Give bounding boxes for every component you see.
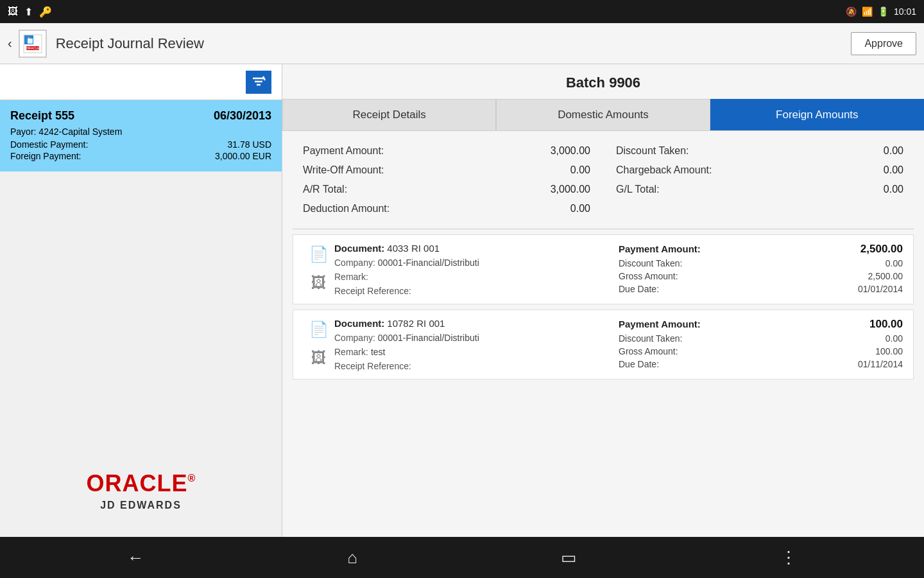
domestic-value: 31.78 USD (228, 139, 271, 150)
doc1-document-value: 4033 RI 001 (387, 243, 440, 254)
more-nav-button[interactable]: ⋮ (780, 548, 797, 568)
writeoff-amount-row: Write-Off Amount: 0.00 (303, 161, 603, 180)
gl-total-row: G/L Total: 0.00 (603, 180, 903, 199)
filter-bar (0, 64, 282, 100)
mute-icon: 🔕 (846, 6, 857, 17)
doc2-remark-label: Remark: (334, 347, 368, 357)
doc1-discount-label: Discount Taken: (619, 258, 682, 268)
discount-taken-label: Discount Taken: (616, 145, 689, 157)
doc2-receipt-ref-label: Receipt Reference: (334, 361, 411, 371)
chargeback-value: 0.00 (884, 164, 903, 176)
doc1-document-label: Document: (334, 243, 384, 254)
filter-icon (251, 74, 266, 90)
doc2-company-label: Company: (334, 333, 375, 343)
doc1-payment-header: Payment Amount: 2,500.00 (619, 243, 903, 256)
doc-image-icon-1: 🖼 (311, 274, 327, 292)
doc2-receipt-ref-row: Receipt Reference: (334, 361, 619, 371)
screenshot-icon: 🖼 (8, 6, 18, 17)
back-nav-button[interactable]: ← (127, 548, 144, 568)
oracle-registered-symbol: ® (188, 473, 196, 484)
doc1-payment-label: Payment Amount: (619, 243, 701, 254)
tabs-bar: Receipt Details Domestic Amounts Foreign… (282, 99, 924, 131)
receipt-item[interactable]: Receipt 555 06/30/2013 Payor: 4242-Capit… (0, 100, 282, 171)
upload-icon: ⬆ (24, 6, 33, 18)
doc-image-icon-2: 🖼 (311, 349, 327, 367)
oracle-logo-icon: ORACLE (22, 33, 43, 54)
discount-taken-value: 0.00 (884, 145, 903, 157)
doc1-document-row: Document: 4033 RI 001 (334, 243, 619, 254)
foreign-label: Foreign Payment: (10, 151, 81, 161)
doc-right-col-2: Payment Amount: 100.00 Discount Taken: 0… (619, 318, 903, 371)
doc-icons-col-2: 📄 🖼 (304, 318, 334, 371)
doc2-company-value: 00001-Financial/Distributi (378, 333, 479, 343)
payment-amount-label: Payment Amount: (303, 145, 384, 157)
doc1-receipt-ref-label: Receipt Reference: (334, 286, 411, 296)
svg-text:ORACLE: ORACLE (26, 46, 40, 50)
doc2-remark-value: test (371, 347, 386, 357)
documents-area: 📄 🖼 Document: 4033 RI 001 Company: 00001… (282, 229, 924, 537)
page-title: Receipt Journal Review (56, 35, 851, 52)
document-card-1[interactable]: 📄 🖼 Document: 4033 RI 001 Company: 00001… (293, 234, 914, 304)
doc1-gross-label: Gross Amount: (619, 271, 678, 281)
doc1-discount-row: Discount Taken: 0.00 (619, 258, 903, 268)
doc1-company-value: 00001-Financial/Distributi (378, 258, 479, 268)
domestic-label: Domestic Payment: (10, 139, 88, 150)
gl-total-value: 0.00 (884, 184, 903, 195)
doc1-company-label: Company: (334, 258, 375, 268)
filter-button[interactable] (246, 71, 271, 94)
approve-button[interactable]: Approve (851, 32, 916, 55)
doc-left-col-2: Document: 10782 RI 001 Company: 00001-Fi… (334, 318, 619, 371)
doc2-payment-value: 100.00 (869, 318, 903, 331)
svg-line-9 (263, 76, 265, 80)
doc1-due-date-row: Due Date: 01/01/2014 (619, 284, 903, 294)
doc-left-col-1: Document: 4033 RI 001 Company: 00001-Fin… (334, 243, 619, 296)
recent-nav-button[interactable]: ▭ (561, 548, 577, 568)
doc2-gross-value: 100.00 (875, 346, 903, 356)
tab-foreign-amounts[interactable]: Foreign Amounts (710, 99, 924, 130)
doc2-discount-row: Discount Taken: 0.00 (619, 333, 903, 344)
receipt-foreign-row: Foreign Payment: 3,000.00 EUR (10, 151, 271, 161)
doc2-due-date-label: Due Date: (619, 359, 659, 369)
receipt-header: Receipt 555 06/30/2013 (10, 109, 271, 123)
doc2-payment-header: Payment Amount: 100.00 (619, 318, 903, 331)
doc2-due-date-row: Due Date: 01/11/2014 (619, 359, 903, 369)
doc1-remark-row: Remark: (334, 272, 619, 282)
right-panel: Batch 9906 Receipt Details Domestic Amou… (282, 64, 924, 537)
wifi-icon: 📶 (862, 6, 873, 17)
foreign-value: 3,000.00 EUR (215, 151, 271, 161)
payment-amount-value: 3,000.00 (551, 145, 590, 157)
doc1-payment-value: 2,500.00 (860, 243, 903, 256)
oracle-branding: ORACLE ® JD EDWARDS (0, 457, 282, 537)
home-nav-button[interactable]: ⌂ (347, 548, 357, 568)
chargeback-label: Chargeback Amount: (616, 164, 712, 176)
writeoff-label: Write-Off Amount: (303, 164, 384, 176)
doc2-payment-label: Payment Amount: (619, 319, 701, 329)
batch-title: Batch 9906 (282, 64, 924, 99)
tab-domestic-amounts[interactable]: Domestic Amounts (496, 99, 710, 130)
discount-taken-row: Discount Taken: 0.00 (603, 141, 903, 161)
doc1-due-date-label: Due Date: (619, 284, 659, 294)
doc1-discount-value: 0.00 (886, 258, 903, 268)
receipt-payor: Payor: 4242-Capital System (10, 127, 271, 137)
document-card-2[interactable]: 📄 🖼 Document: 10782 RI 001 Company: 0000… (293, 310, 914, 380)
chargeback-row: Chargeback Amount: 0.00 (603, 161, 903, 180)
svg-rect-3 (28, 39, 33, 44)
key-icon: 🔑 (39, 6, 52, 18)
doc2-discount-label: Discount Taken: (619, 333, 682, 344)
doc2-document-row: Document: 10782 RI 001 (334, 318, 619, 329)
doc2-due-date-value: 01/11/2014 (858, 359, 903, 369)
status-bar-left: 🖼 ⬆ 🔑 (8, 6, 52, 18)
doc2-document-label: Document: (334, 318, 384, 329)
deduction-label: Deduction Amount: (303, 203, 389, 215)
status-bar-right: 🔕 📶 🔋 10:01 (846, 6, 916, 17)
ar-total-row: A/R Total: 3,000.00 (303, 180, 603, 199)
tab-receipt-details[interactable]: Receipt Details (282, 99, 496, 130)
doc1-gross-value: 2,500.00 (868, 271, 903, 281)
receipt-date: 06/30/2013 (214, 109, 271, 123)
doc2-discount-value: 0.00 (886, 333, 903, 344)
left-panel: Receipt 555 06/30/2013 Payor: 4242-Capit… (0, 64, 282, 537)
doc1-due-date-value: 01/01/2014 (858, 284, 903, 294)
back-button[interactable]: ‹ (8, 36, 12, 51)
bottom-nav: ← ⌂ ▭ ⋮ (0, 537, 924, 578)
status-bar: 🖼 ⬆ 🔑 🔕 📶 🔋 10:01 (0, 0, 924, 23)
